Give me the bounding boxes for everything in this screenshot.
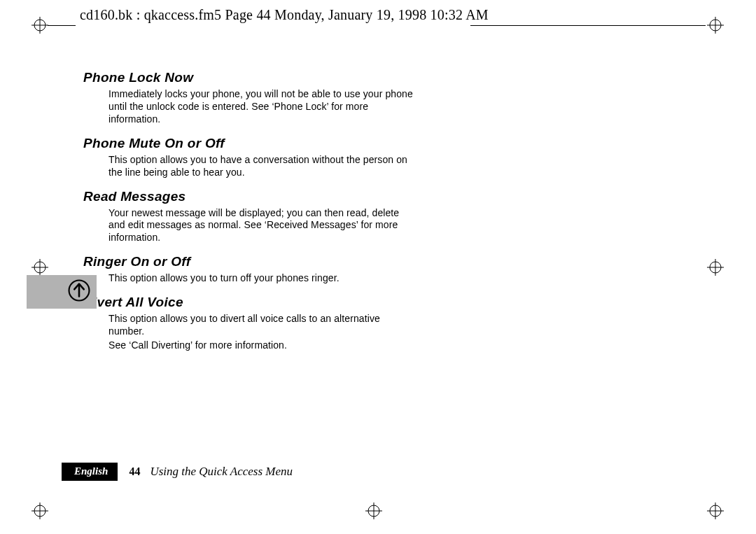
rule-line [48, 25, 76, 26]
crop-mark-icon [707, 503, 724, 519]
document-slug: cd160.bk : qkaccess.fm5 Page 44 Monday, … [80, 7, 489, 23]
footer-language: English [62, 463, 118, 481]
section-heading: Divert All Voice [83, 295, 461, 310]
crop-mark-icon [31, 17, 48, 34]
up-arrow-circle-icon [67, 279, 91, 305]
footer-page-number: 44 [129, 465, 140, 478]
chapter-tab [27, 275, 97, 309]
section-heading: Phone Lock Now [83, 70, 461, 85]
crop-mark-icon [365, 503, 382, 519]
main-content: Phone Lock Now Immediately locks your ph… [83, 70, 461, 353]
section-heading: Phone Mute On or Off [83, 136, 461, 151]
crop-mark-icon [31, 503, 48, 519]
section-body: This option allows you to divert all voi… [108, 313, 416, 338]
section-body: Immediately locks your phone, you will n… [108, 88, 416, 126]
crop-mark-icon [31, 259, 48, 276]
crop-mark-icon [707, 259, 724, 276]
section-body: This option allows you to have a convers… [108, 154, 416, 179]
footer-chapter-title: Using the Quick Access Menu [150, 465, 293, 479]
section-heading: Ringer On or Off [83, 254, 461, 269]
page-footer: English 44 Using the Quick Access Menu [62, 463, 293, 481]
crop-mark-icon [707, 17, 724, 34]
section-body: Your newest message will be displayed; y… [108, 207, 416, 245]
section-heading: Read Messages [83, 189, 461, 204]
section-body: This option allows you to turn off your … [108, 272, 416, 285]
rule-line [470, 25, 706, 26]
section-body: See ‘Call Diverting’ for more informatio… [108, 339, 416, 352]
